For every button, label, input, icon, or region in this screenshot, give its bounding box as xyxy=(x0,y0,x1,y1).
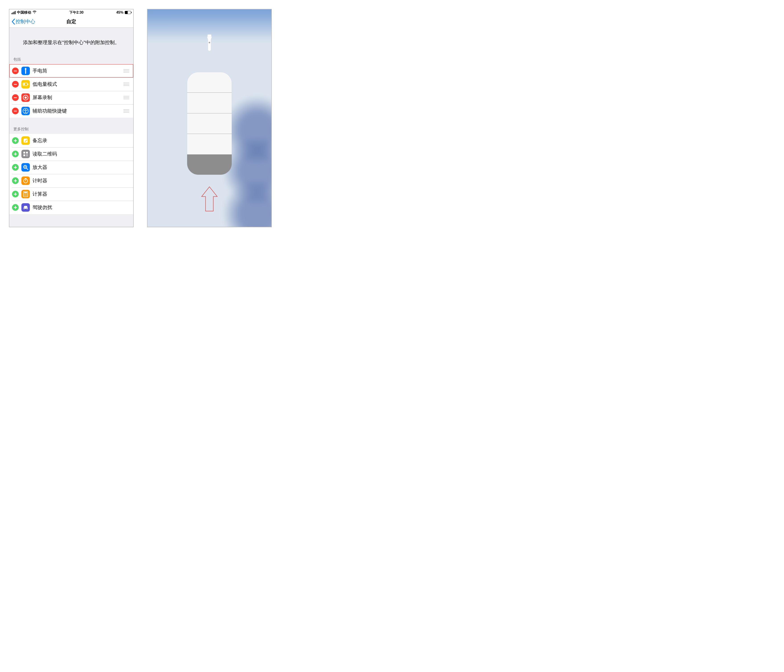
back-button[interactable]: 控制中心 xyxy=(9,18,36,25)
remove-button[interactable] xyxy=(12,94,19,101)
slider-segment[interactable] xyxy=(187,113,232,134)
car-icon xyxy=(22,203,30,212)
control-center-flashlight-screen xyxy=(147,9,272,227)
control-label: 读取二维码 xyxy=(33,151,129,157)
flashlight-overlay xyxy=(148,9,271,227)
battery-low-icon xyxy=(22,80,30,89)
drag-handle-icon[interactable] xyxy=(123,109,129,112)
qrcode-icon xyxy=(22,150,30,158)
more-controls-list: 备忘录读取二维码放大器计时器计算器驾驶勿扰 xyxy=(9,134,133,214)
svg-rect-12 xyxy=(26,154,27,155)
svg-rect-11 xyxy=(23,154,25,156)
control-row: 备忘录 xyxy=(9,134,133,147)
drag-handle-icon[interactable] xyxy=(123,69,129,72)
drag-handle-icon[interactable] xyxy=(123,82,129,86)
slider-segment[interactable] xyxy=(187,154,232,175)
svg-point-26 xyxy=(24,195,25,196)
svg-point-7 xyxy=(25,109,26,110)
battery-fill xyxy=(125,11,128,14)
add-button[interactable] xyxy=(12,177,19,184)
svg-rect-0 xyxy=(25,68,26,69)
settings-screen: 中国移动 下午2:30 45% 控制中心 自定 添加和整理显示在"控制中心"中的… xyxy=(9,9,134,227)
clock-label: 下午2:30 xyxy=(69,10,84,15)
flashlight-icon xyxy=(22,67,30,75)
control-label: 计时器 xyxy=(33,177,129,184)
control-label: 备忘录 xyxy=(33,137,129,144)
svg-point-5 xyxy=(25,96,27,99)
accessibility-icon xyxy=(22,107,30,115)
svg-rect-10 xyxy=(26,152,28,154)
slider-segment[interactable] xyxy=(187,92,232,113)
control-row: 计时器 xyxy=(9,174,133,187)
remove-button[interactable] xyxy=(12,107,19,114)
included-controls-list: 手电筒低电量模式屏幕录制辅助功能快捷键 xyxy=(9,64,133,118)
svg-rect-31 xyxy=(208,34,212,37)
svg-rect-15 xyxy=(27,156,28,156)
remove-button[interactable] xyxy=(12,81,19,87)
drag-handle-icon[interactable] xyxy=(123,96,129,99)
svg-point-29 xyxy=(24,208,25,208)
svg-point-28 xyxy=(26,195,27,196)
add-button[interactable] xyxy=(12,137,19,144)
remove-button[interactable] xyxy=(12,67,19,74)
battery-percent-label: 45% xyxy=(116,11,123,14)
intro-text: 添加和整理显示在"控制中心"中的附加控制。 xyxy=(9,28,133,56)
slider-segment[interactable] xyxy=(187,134,232,154)
timer-icon xyxy=(22,176,30,185)
control-row: 辅助功能快捷键 xyxy=(9,104,133,118)
status-left: 中国移动 xyxy=(12,10,37,15)
svg-point-32 xyxy=(208,42,210,43)
chevron-left-icon xyxy=(12,19,15,25)
add-button[interactable] xyxy=(12,164,19,171)
svg-line-17 xyxy=(26,168,28,170)
control-label: 计算器 xyxy=(33,191,129,198)
svg-rect-3 xyxy=(28,84,28,85)
carrier-label: 中国移动 xyxy=(17,10,31,15)
control-label: 驾驶勿扰 xyxy=(33,204,129,211)
section-header-more: 更多控制 xyxy=(9,118,133,134)
svg-rect-14 xyxy=(26,156,27,156)
add-button[interactable] xyxy=(12,204,19,211)
flashlight-brightness-slider[interactable] xyxy=(187,72,232,175)
svg-point-23 xyxy=(24,194,25,194)
svg-point-25 xyxy=(26,194,27,194)
svg-rect-13 xyxy=(27,154,28,155)
control-row: 放大器 xyxy=(9,161,133,174)
control-label: 屏幕录制 xyxy=(33,94,121,101)
nav-bar: 控制中心 自定 xyxy=(9,16,133,28)
control-label: 手电筒 xyxy=(33,67,121,74)
add-button[interactable] xyxy=(12,191,19,198)
control-label: 低电量模式 xyxy=(33,81,121,87)
svg-rect-22 xyxy=(24,192,27,193)
slider-segment[interactable] xyxy=(187,72,232,92)
control-label: 辅助功能快捷键 xyxy=(33,107,121,114)
svg-point-30 xyxy=(26,208,27,208)
record-icon xyxy=(22,93,30,102)
wifi-icon xyxy=(33,11,37,14)
control-row: 计算器 xyxy=(9,187,133,201)
calculator-icon xyxy=(22,190,30,198)
svg-point-27 xyxy=(25,195,26,196)
notes-icon xyxy=(22,136,30,145)
status-right: 45% xyxy=(116,11,131,14)
add-button[interactable] xyxy=(12,151,19,157)
control-row: 屏幕录制 xyxy=(9,91,133,104)
swipe-up-arrow-annotation[interactable] xyxy=(199,186,219,213)
signal-icon xyxy=(12,11,16,14)
section-header-included: 包括 xyxy=(9,56,133,64)
control-row: 手电筒 xyxy=(9,64,133,78)
control-row: 低电量模式 xyxy=(9,78,133,91)
control-row: 驾驶勿扰 xyxy=(9,201,133,214)
status-bar: 中国移动 下午2:30 45% xyxy=(9,9,133,16)
back-label: 控制中心 xyxy=(16,18,35,25)
magnifier-icon xyxy=(22,163,30,171)
flashlight-icon xyxy=(204,34,215,52)
settings-content[interactable]: 添加和整理显示在"控制中心"中的附加控制。 包括 手电筒低电量模式屏幕录制辅助功… xyxy=(9,28,133,227)
svg-rect-9 xyxy=(23,152,25,154)
control-label: 放大器 xyxy=(33,164,129,171)
svg-point-24 xyxy=(25,194,26,194)
svg-rect-2 xyxy=(23,83,25,85)
control-row: 读取二维码 xyxy=(9,147,133,161)
battery-icon xyxy=(125,11,131,14)
